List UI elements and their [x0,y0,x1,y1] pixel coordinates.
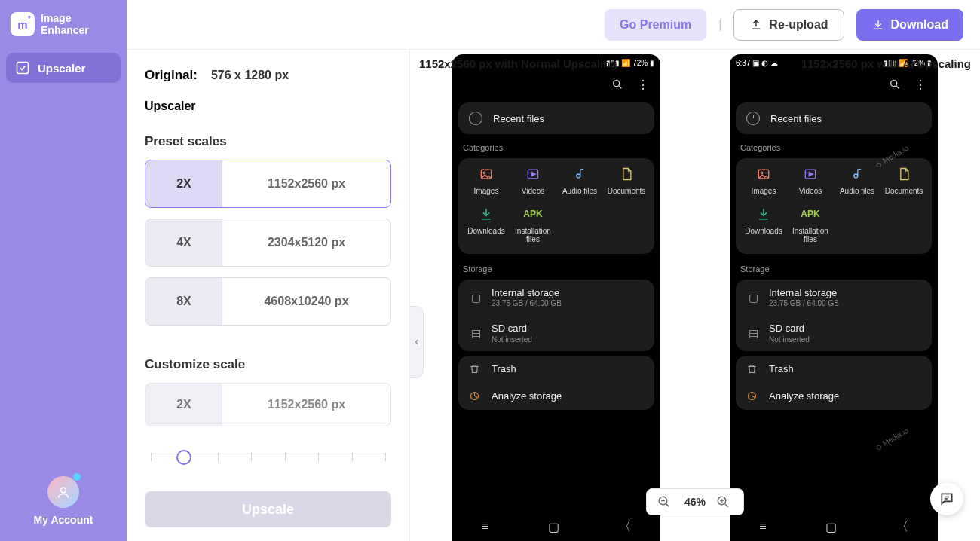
sd-icon: ▤ [469,327,482,339]
sd-icon: ▤ [746,327,760,339]
controls-panel: Original: 576 x 1280 px Upscaler Preset … [127,50,410,541]
original-value: 576 x 1280 px [211,69,289,82]
collapse-panel-button[interactable] [410,306,424,378]
upload-icon [749,18,763,32]
sd-card-row[interactable]: ▤SD cardNot inserted [458,315,654,350]
panel-title: Upscaler [145,99,391,113]
category-documents[interactable]: Documents [603,166,650,195]
preset-option-8x[interactable]: 8X 4608x10240 px [145,277,391,326]
category-downloads[interactable]: Downloads [740,206,787,243]
trash-icon [746,363,760,374]
scale-slider[interactable] [151,445,385,470]
category-downloads[interactable]: Downloads [463,206,510,243]
category-videos[interactable]: Videos [510,166,556,195]
phone-icon: ▢ [746,292,760,304]
header: Go Premium | Re-upload Download [127,0,980,50]
custom-scale-box[interactable]: 2X 1152x2560 px [145,383,391,426]
zoom-out-button[interactable] [657,495,674,509]
search-icon[interactable] [889,78,901,90]
customize-scale-label: Customize scale [145,357,391,372]
account-label: My Account [6,514,121,526]
phone-preview-normal: ▮▯▮ 📶 72% ▮⋮Recent filesCategoriesImages… [452,54,660,541]
category-images[interactable]: Images [740,166,787,195]
phone-navbar: ≡▢〈 [730,512,938,541]
recent-files-row[interactable]: Recent files [736,102,932,134]
more-icon[interactable]: ⋮ [637,78,650,92]
zoom-in-button[interactable] [716,495,733,509]
trash-icon [469,363,482,374]
phone-navbar: ≡▢〈 [452,512,660,541]
storage-label: Storage [452,258,660,275]
analyze-row[interactable]: Analyze storage [736,383,932,410]
search-icon[interactable] [611,78,623,90]
sidebar: m✦ Image Enhancer Upscaler My Account [0,0,127,541]
trash-row[interactable]: Trash [736,356,932,383]
storage-label: Storage [730,258,938,275]
slider-thumb[interactable] [176,450,191,465]
category-apk[interactable]: APKInstallation files [787,206,834,243]
clock-icon [469,112,482,125]
category-images[interactable]: Images [463,166,510,195]
zoom-value: 46% [684,496,706,508]
category-apk[interactable]: APKInstallation files [510,206,556,243]
svg-point-9 [761,172,763,174]
category-documents[interactable]: Documents [880,166,927,195]
logo-text: Image Enhancer [41,12,89,36]
download-button[interactable]: Download [856,9,963,41]
categories-label: Categories [730,139,938,154]
phone-preview-ai: 6:37 ▣ ◐ ☁▮▯▮ 📶 72% ▮⋮Recent filesCatego… [730,54,938,541]
category-audio[interactable]: Audio files [834,166,880,195]
main: Go Premium | Re-upload Download Original… [127,0,980,541]
internal-storage-row[interactable]: ▢Internal storage23.75 GB / 64.00 GB [458,280,654,315]
svg-point-4 [483,172,485,174]
preset-scales-label: Preset scales [145,134,391,149]
go-premium-button[interactable]: Go Premium [605,9,706,41]
analyze-row[interactable]: Analyze storage [458,383,654,410]
app-logo: m✦ Image Enhancer [6,8,121,53]
phone-icon: ▢ [469,292,482,304]
internal-storage-row[interactable]: ▢Internal storage23.75 GB / 64.00 GB [736,280,932,315]
download-icon [871,18,885,32]
recent-files-row[interactable]: Recent files [458,102,654,134]
preset-option-2x[interactable]: 2X 1152x2560 px [145,160,391,208]
svg-point-1 [61,488,66,493]
analyze-icon [746,390,760,402]
more-icon[interactable]: ⋮ [914,78,927,92]
logo-badge: m✦ [11,12,35,36]
categories-label: Categories [452,139,660,154]
clock-icon [746,112,760,125]
preview-left-label: 1152x2560 px with Normal Upscaling [419,57,617,70]
svg-rect-0 [17,63,29,74]
sd-card-row[interactable]: ▤SD cardNot inserted [736,315,932,350]
phone-toolbar: ⋮ [452,71,660,98]
category-audio[interactable]: Audio files [556,166,603,195]
feedback-button[interactable] [930,482,963,515]
phone-toolbar: ⋮ [730,71,938,98]
original-label: Original: [145,68,198,83]
header-divider: | [718,18,721,32]
account-section[interactable]: My Account [6,476,121,533]
category-videos[interactable]: Videos [787,166,834,195]
sidebar-item-label: Upscaler [38,62,85,75]
upscale-button[interactable]: Upscale [145,491,391,527]
preview-right-label: 1152x2560 px with AI Upscaling [801,57,971,70]
preset-option-4x[interactable]: 4X 2304x5120 px [145,219,391,267]
zoom-control: 46% [646,488,744,515]
svg-point-7 [891,81,897,87]
avatar [47,476,79,508]
upscaler-icon [15,60,30,75]
svg-point-2 [614,81,620,87]
analyze-icon [469,390,482,402]
reupload-button[interactable]: Re-upload [733,9,844,41]
trash-row[interactable]: Trash [458,356,654,383]
preview-area: 1152x2560 px with Normal Upscaling 1152x… [410,50,980,541]
sidebar-item-upscaler[interactable]: Upscaler [6,53,121,83]
